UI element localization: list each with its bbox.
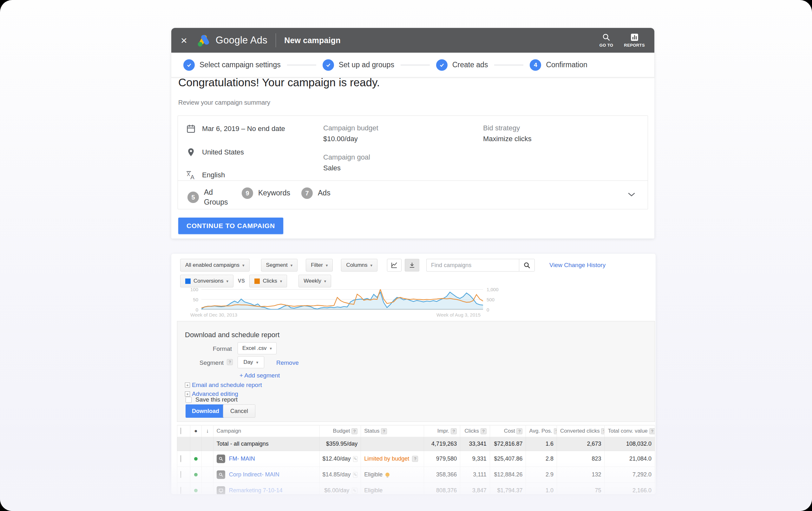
caret-down-icon: ▾ <box>280 279 282 284</box>
campaign-column-header[interactable]: Campaign <box>213 425 319 437</box>
row-checkbox[interactable] <box>180 455 181 462</box>
continue-to-campaign-button[interactable]: CONTINUE TO CAMPAIGN <box>178 218 283 234</box>
status-column-header[interactable]: Status ? <box>361 425 424 437</box>
toggle-graph-button[interactable] <box>387 259 402 272</box>
filter-dropdown[interactable]: Filter ▾ <box>306 259 333 272</box>
total-conv-value-column-header[interactable]: Total conv. value ? <box>605 425 655 437</box>
status-dot-column-header[interactable]: ● <box>190 425 202 437</box>
format-dropdown[interactable]: Excel .csv ▾ <box>238 342 277 354</box>
download-button[interactable]: Download <box>185 404 226 418</box>
row-checkbox-cell[interactable] <box>177 467 190 483</box>
svg-text:A: A <box>190 174 195 180</box>
download-report-button[interactable] <box>405 259 419 272</box>
find-campaigns-input[interactable] <box>426 259 519 272</box>
find-campaigns-search-button[interactable] <box>519 259 535 272</box>
location-row: United States <box>186 147 244 157</box>
interval-dropdown[interactable]: Weekly ▾ <box>298 275 331 287</box>
help-icon[interactable]: ? <box>412 456 418 462</box>
clicks-column-header[interactable]: Clicks ? <box>460 425 490 437</box>
row-checkbox-cell[interactable] <box>177 451 190 467</box>
ad-groups-count: 5 Ad Groups <box>187 188 227 207</box>
help-icon[interactable]: ? <box>381 428 387 434</box>
avg-pos-column-header[interactable]: Avg. Pos. ? <box>526 425 557 437</box>
caret-down-icon: ▾ <box>242 263 244 268</box>
dashboard-toolbar: All enabled campaigns ▾ Segment ▾ Filter… <box>180 259 606 272</box>
close-button[interactable]: × <box>181 35 187 46</box>
format-label: Format <box>184 345 232 352</box>
clicks-value: 3,847 <box>460 483 490 494</box>
total-conv-value: 108,032.0 <box>605 437 655 451</box>
help-icon[interactable]: ? <box>516 428 522 434</box>
campaign-name-link[interactable]: Remarketing 7-10-14 <box>229 487 283 494</box>
help-icon[interactable]: ? <box>351 428 357 434</box>
converted-clicks-value: 132 <box>557 467 605 483</box>
campaign-name-link[interactable]: FM- MAIN <box>229 455 255 462</box>
goto-button[interactable]: GO TO <box>600 33 613 48</box>
sort-column-header[interactable]: ↓ <box>202 425 213 437</box>
goal-value: Sales <box>323 164 341 172</box>
status-text: Eligible <box>364 471 382 478</box>
step-number: 4 <box>534 61 537 68</box>
campaign-filter-dropdown[interactable]: All enabled campaigns ▾ <box>180 259 250 272</box>
expand-summary-button[interactable] <box>628 192 636 198</box>
cost-value: $12,884.26 <box>490 467 526 483</box>
step-confirmation[interactable]: 4 Confirmation <box>530 59 587 71</box>
budget-value: $14.85/day <box>322 471 350 478</box>
clicks-series-swatch <box>254 279 260 284</box>
budget-column-header[interactable]: Budget ? <box>320 425 361 437</box>
row-checkbox[interactable] <box>180 487 181 494</box>
table-row: Remarketing 7-10-14 $6.00/day✎ Eligible … <box>177 483 655 494</box>
clicks-value: 3,111 <box>460 467 490 483</box>
edit-budget-icon[interactable]: ✎ <box>352 488 357 493</box>
columns-dropdown[interactable]: Columns ▾ <box>341 259 377 272</box>
select-all-checkbox[interactable] <box>180 428 181 434</box>
help-icon[interactable]: ? <box>649 428 655 434</box>
save-report-checkbox[interactable] <box>185 397 192 403</box>
converted-clicks-value: 75 <box>557 483 605 494</box>
help-icon[interactable]: ? <box>451 428 457 434</box>
step-select-campaign-settings[interactable]: Select campaign settings <box>183 59 281 71</box>
step-create-ads[interactable]: Create ads <box>436 59 488 71</box>
count-badge: 5 <box>187 192 199 203</box>
total-avg-pos: 1.6 <box>526 437 557 451</box>
save-report-label: Save this report <box>195 396 238 403</box>
cost-value: $1,794.37 <box>490 483 526 494</box>
email-schedule-expander[interactable]: + Email and schedule report <box>185 381 262 389</box>
remove-segment-link[interactable]: Remove <box>276 359 299 366</box>
step-label: Select campaign settings <box>200 61 281 69</box>
left-series-dropdown[interactable]: Conversions ▾ <box>180 275 233 287</box>
panel-title: Download and schedule report <box>185 331 280 339</box>
check-icon <box>436 59 447 71</box>
converted-clicks-column-header[interactable]: Converted clicks ? <box>557 425 605 437</box>
row-checkbox[interactable] <box>180 471 181 478</box>
edit-budget-icon[interactable]: ✎ <box>353 472 357 478</box>
help-icon[interactable]: ? <box>601 428 604 434</box>
cost-column-header[interactable]: Cost ? <box>490 425 526 437</box>
converted-clicks-value: 823 <box>557 451 605 467</box>
chevron-down-icon <box>628 192 636 197</box>
reports-button[interactable]: REPORTS <box>624 33 645 48</box>
help-icon[interactable]: ? <box>554 428 557 434</box>
campaign-name-link[interactable]: Corp Indirect- MAIN <box>229 471 280 478</box>
row-checkbox-cell[interactable] <box>177 483 190 494</box>
segment-dropdown[interactable]: Segment ▾ <box>261 259 298 272</box>
select-all-checkbox-cell[interactable] <box>177 425 190 437</box>
table-row: FM- MAIN $12.40/day✎ Limited by budget? … <box>177 451 655 467</box>
impr-column-header[interactable]: Impr. ? <box>424 425 460 437</box>
add-segment-link[interactable]: + Add segment <box>239 372 280 379</box>
step-label: Set up ad groups <box>339 61 394 69</box>
bid-strategy-label: Bid strategy <box>483 124 520 132</box>
step-label: Confirmation <box>546 61 587 69</box>
budget-value: $6.00/day <box>324 487 349 494</box>
bulb-icon[interactable] <box>385 473 389 477</box>
step-set-up-ad-groups[interactable]: Set up ad groups <box>323 59 394 71</box>
edit-budget-icon[interactable]: ✎ <box>353 456 357 462</box>
view-change-history-link[interactable]: View Change History <box>549 262 606 269</box>
step-connector <box>287 65 316 65</box>
help-icon[interactable]: ? <box>227 359 233 365</box>
campaigns-table: ● ↓ Campaign Budget ? Status ? Impr. ? C… <box>177 425 655 494</box>
segment-value-dropdown[interactable]: Day ▾ <box>238 356 264 368</box>
cancel-button[interactable]: Cancel <box>223 404 255 418</box>
right-series-dropdown[interactable]: Clicks ▾ <box>249 275 287 287</box>
help-icon[interactable]: ? <box>481 428 487 434</box>
